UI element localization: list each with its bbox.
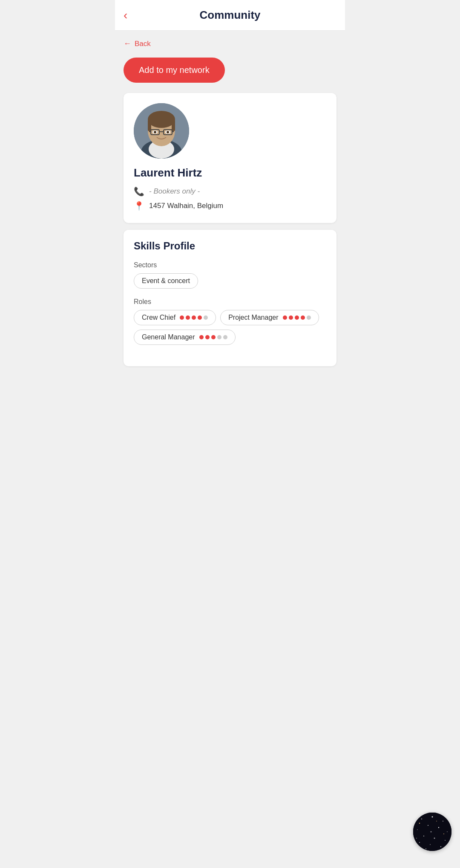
phone-row: 📞 - Bookers only - (134, 186, 326, 197)
location-icon: 📍 (134, 201, 144, 211)
back-link[interactable]: ← Back (124, 39, 336, 48)
profile-card: Laurent Hirtz 📞 - Bookers only - 📍 1457 … (124, 93, 336, 223)
page-title: Community (200, 9, 261, 22)
role-tag-general-manager: General Manager (134, 330, 236, 345)
dot-3 (192, 315, 196, 320)
dot-1 (199, 335, 204, 339)
svg-rect-7 (172, 119, 175, 131)
avatar (134, 103, 189, 159)
general-manager-dots (199, 335, 227, 339)
role-tag-crew-chief: Crew Chief (134, 310, 216, 325)
dot-1 (283, 315, 287, 320)
sector-tag-label: Event & concert (142, 277, 190, 285)
svg-rect-6 (148, 119, 151, 131)
header-back-icon[interactable]: ‹ (124, 9, 127, 22)
role-tag-project-manager: Project Manager (220, 310, 319, 325)
dot-4 (301, 315, 305, 320)
roles-tags: Crew Chief Project Manager (134, 310, 326, 345)
dot-3 (211, 335, 216, 339)
dot-2 (289, 315, 293, 320)
dot-4 (198, 315, 202, 320)
dot-5 (223, 335, 227, 339)
dot-4 (217, 335, 221, 339)
svg-point-15 (154, 131, 156, 133)
dot-5 (204, 315, 208, 320)
project-manager-dots (283, 315, 311, 320)
main-content: ← Back Add to my network (115, 31, 345, 383)
sector-tag-event: Event & concert (134, 273, 198, 289)
skills-card: Skills Profile Sectors Event & concert R… (124, 230, 336, 366)
dot-1 (180, 315, 184, 320)
phone-label: - Bookers only - (149, 187, 200, 196)
profile-name: Laurent Hirtz (134, 166, 326, 179)
location-text: 1457 Walhain, Belgium (149, 202, 223, 210)
svg-point-5 (148, 111, 175, 128)
role-project-manager-label: Project Manager (228, 314, 278, 321)
add-to-network-button[interactable]: Add to my network (124, 58, 225, 83)
sectors-tags: Event & concert (134, 273, 326, 289)
sectors-label: Sectors (134, 261, 326, 269)
crew-chief-dots (180, 315, 208, 320)
avatar-container (134, 103, 326, 159)
dot-5 (307, 315, 311, 320)
phone-icon: 📞 (134, 186, 144, 197)
roles-label: Roles (134, 298, 326, 306)
location-row: 📍 1457 Walhain, Belgium (134, 201, 326, 211)
header: ‹ Community (115, 0, 345, 31)
skills-title: Skills Profile (134, 240, 326, 252)
role-crew-chief-label: Crew Chief (142, 314, 175, 321)
dot-3 (295, 315, 299, 320)
dot-2 (205, 335, 210, 339)
back-link-label: Back (135, 40, 151, 48)
contact-info: 📞 - Bookers only - 📍 1457 Walhain, Belgi… (134, 186, 326, 211)
dot-2 (186, 315, 190, 320)
back-arrow-icon: ← (124, 39, 131, 48)
svg-point-16 (167, 131, 169, 133)
role-general-manager-label: General Manager (142, 333, 195, 341)
